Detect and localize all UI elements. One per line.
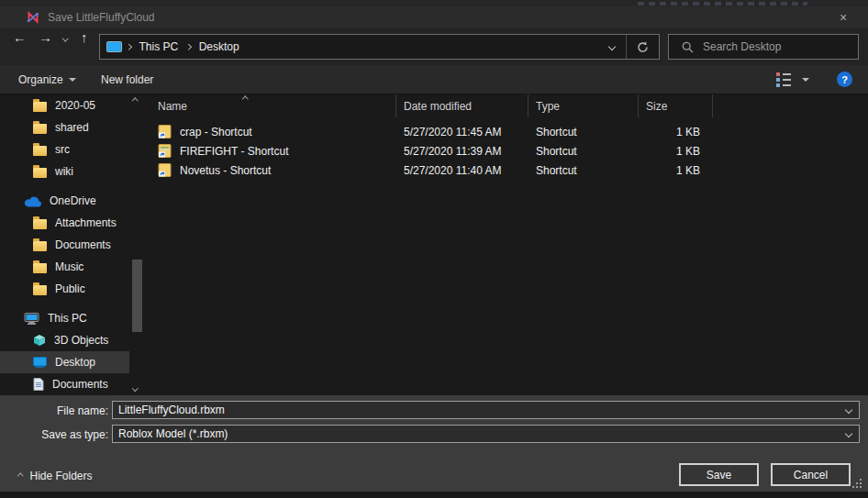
triangle-down-icon xyxy=(69,78,76,82)
sidebar-item-label: Documents xyxy=(52,378,108,391)
file-date-modified: 5/27/2020 11:45 AM xyxy=(396,122,529,141)
hide-folders-button[interactable]: Hide Folders xyxy=(18,470,93,482)
sidebar-item-label: Attachments xyxy=(55,216,117,229)
cancel-button[interactable]: Cancel xyxy=(771,463,851,486)
sidebar-item-label: Documents xyxy=(55,238,111,251)
sidebar-item-shared[interactable]: shared xyxy=(0,116,147,138)
save-as-type-dropdown[interactable] xyxy=(839,426,859,442)
chevron-down-icon xyxy=(608,43,616,50)
save-button[interactable]: Save xyxy=(679,463,759,486)
file-name-input[interactable] xyxy=(113,404,839,416)
file-size: 1 KB xyxy=(639,141,713,160)
sidebar-item-public[interactable]: Public xyxy=(0,278,147,300)
up-button[interactable]: ↑ xyxy=(81,30,88,44)
file-date-modified: 5/27/2020 11:40 AM xyxy=(396,160,529,180)
breadcrumb-desktop[interactable]: Desktop xyxy=(195,40,243,53)
close-button[interactable]: × xyxy=(829,6,857,28)
sidebar-item-src[interactable]: src xyxy=(0,138,147,160)
sidebar-item-label: 3D Objects xyxy=(54,334,108,347)
folder-icon xyxy=(33,146,47,156)
sidebar-item-desktop[interactable]: Desktop xyxy=(0,351,129,373)
address-dropdown-chevron[interactable] xyxy=(598,35,626,59)
background-window-sliver-bottom xyxy=(0,0,868,6)
sidebar-item-label: This PC xyxy=(48,312,87,325)
file-type: Shortcut xyxy=(529,141,639,160)
triangle-down-icon xyxy=(802,78,809,82)
column-header-size[interactable]: Size xyxy=(639,94,713,117)
forward-button[interactable]: → xyxy=(39,30,52,44)
change-view-button[interactable] xyxy=(776,65,791,94)
document-icon xyxy=(33,378,44,391)
details-view-icon xyxy=(776,72,791,87)
shortcut-file-icon xyxy=(158,144,172,158)
chevron-down-icon xyxy=(845,406,852,414)
recent-locations-chevron[interactable] xyxy=(63,28,68,42)
computer-icon xyxy=(24,313,39,325)
file-row[interactable]: crap - Shortcut 5/27/2020 11:45 AM Short… xyxy=(147,122,868,141)
new-folder-button[interactable]: New folder xyxy=(101,65,153,94)
file-row[interactable]: Novetus - Shortcut 5/27/2020 11:40 AM Sh… xyxy=(147,160,868,180)
view-options-chevron[interactable] xyxy=(802,65,809,94)
column-header-filler xyxy=(713,94,868,117)
shortcut-file-icon xyxy=(158,163,172,177)
organize-button[interactable]: Organize xyxy=(18,65,76,94)
back-button[interactable]: ← xyxy=(13,30,27,44)
title-bar: Save LittleFluffyCloud × xyxy=(0,6,868,28)
sidebar-item-label: shared xyxy=(55,121,89,134)
file-size: 1 KB xyxy=(639,160,713,180)
breadcrumb-separator-icon xyxy=(185,44,191,50)
breadcrumb-this-pc[interactable]: This PC xyxy=(136,40,183,53)
sidebar-scrollbar-thumb[interactable] xyxy=(132,260,142,332)
address-bar[interactable]: This PC Desktop xyxy=(99,34,660,60)
folder-icon xyxy=(33,168,47,178)
file-row[interactable]: FIREFIGHT - Shortcut 5/27/2020 11:39 AM … xyxy=(147,141,868,160)
file-list: crap - Shortcut 5/27/2020 11:45 AM Short… xyxy=(147,122,868,180)
sidebar-item-documents[interactable]: Documents xyxy=(0,373,147,395)
sidebar-item-music[interactable]: Music xyxy=(0,256,147,278)
refresh-button[interactable] xyxy=(626,35,659,59)
new-folder-label: New folder xyxy=(101,73,153,86)
column-header-type[interactable]: Type xyxy=(529,94,639,117)
save-as-type-combo[interactable]: Roblox Model (*.rbxm) xyxy=(112,425,860,443)
sidebar-item-this-pc[interactable]: This PC xyxy=(0,307,147,329)
search-icon xyxy=(682,41,694,53)
file-browser-area: Name Date modified Type Size crap - Shor… xyxy=(0,94,868,395)
file-name-dropdown[interactable] xyxy=(839,402,859,418)
resize-grip[interactable] xyxy=(851,478,862,489)
sidebar-item-2020-05[interactable]: 2020-05 xyxy=(0,94,147,116)
folder-icon xyxy=(33,241,47,251)
sidebar-item-label: Music xyxy=(55,260,83,273)
save-as-type-value: Roblox Model (*.rbxm) xyxy=(113,427,839,440)
file-name: Novetus - Shortcut xyxy=(180,164,271,177)
chevron-down-icon xyxy=(845,430,852,437)
search-input[interactable] xyxy=(703,40,858,53)
navigation-pane: 2020-05 shared src wiki OneDrive xyxy=(0,94,147,395)
chevron-up-icon xyxy=(17,473,23,479)
background-text-smudge xyxy=(638,2,807,6)
search-box xyxy=(668,34,859,60)
row-filler xyxy=(713,122,868,141)
hide-folders-label: Hide Folders xyxy=(30,470,93,482)
sidebar-item-onedrive[interactable]: OneDrive xyxy=(0,190,147,212)
folder-icon xyxy=(33,285,47,295)
folder-icon xyxy=(33,124,47,134)
file-type: Shortcut xyxy=(529,160,639,180)
column-header-row: Name Date modified Type Size xyxy=(147,94,868,117)
window-title: Save LittleFluffyCloud xyxy=(48,11,155,24)
sidebar-item-3d-objects[interactable]: 3D Objects xyxy=(0,329,147,351)
file-name: crap - Shortcut xyxy=(180,126,252,138)
sidebar-item-attachments[interactable]: Attachments xyxy=(0,212,147,234)
help-button[interactable]: ? xyxy=(837,72,852,87)
folder-icon xyxy=(33,102,47,112)
sidebar-item-documents-onedrive[interactable]: Documents xyxy=(0,234,147,256)
file-name: FIREFIGHT - Shortcut xyxy=(180,145,288,158)
sidebar-item-label: wiki xyxy=(55,165,73,178)
sidebar-item-label: 2020-05 xyxy=(55,99,95,112)
column-header-date-modified[interactable]: Date modified xyxy=(396,94,529,117)
novetus-app-icon xyxy=(26,10,40,25)
save-dialog-window: Save LittleFluffyCloud × ← → ↑ This PC D… xyxy=(0,0,868,498)
folder-icon xyxy=(33,219,47,229)
chevron-down-icon xyxy=(62,35,68,40)
sidebar-item-wiki[interactable]: wiki xyxy=(0,160,147,183)
column-header-name[interactable]: Name xyxy=(147,94,396,117)
